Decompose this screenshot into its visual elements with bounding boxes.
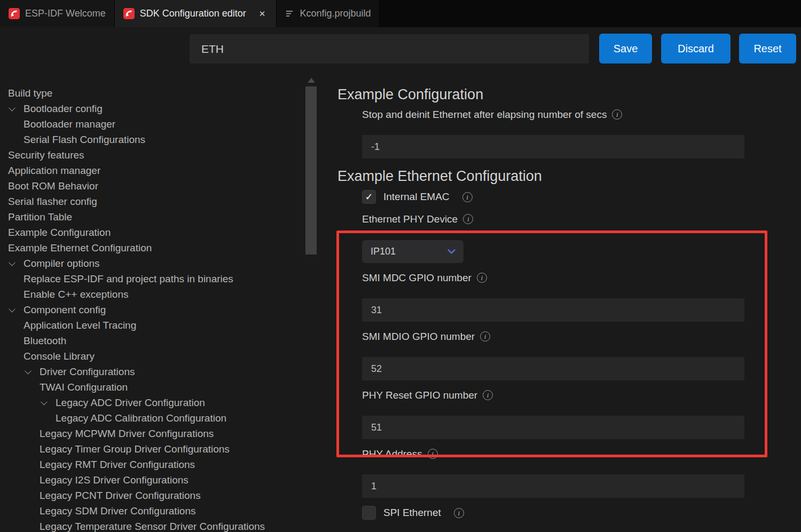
reset-button[interactable]: Reset bbox=[739, 34, 796, 63]
toolbar: Save Discard Reset bbox=[0, 27, 801, 69]
checkbox-row[interactable]: SPI Etherneti bbox=[362, 505, 801, 520]
field-label-text: Ethernet PHY Device bbox=[362, 213, 458, 225]
sidebar-tree: Build typeBootloader configBootloader ma… bbox=[0, 69, 305, 532]
sidebar-item[interactable]: Replace ESP-IDF and project paths in bin… bbox=[0, 271, 305, 287]
info-icon[interactable]: i bbox=[428, 449, 438, 459]
save-button[interactable]: Save bbox=[599, 34, 652, 63]
checkbox-checked[interactable]: ✓ bbox=[362, 190, 376, 204]
field-label: Ethernet PHY Devicei bbox=[362, 212, 801, 226]
info-icon[interactable]: i bbox=[483, 390, 493, 400]
section-heading: Component config bbox=[337, 528, 801, 532]
input-value: 52 bbox=[371, 363, 382, 375]
info-icon[interactable]: i bbox=[462, 192, 473, 202]
sidebar-item[interactable]: Legacy Temperature Sensor Driver Configu… bbox=[0, 519, 305, 532]
editor-tab-bar: ESP-IDF Welcome SDK Configuration editor… bbox=[0, 0, 801, 27]
text-input[interactable]: -1 bbox=[362, 135, 744, 158]
sidebar-item[interactable]: Driver Configurations bbox=[0, 364, 305, 379]
sidebar-item[interactable]: Build type bbox=[0, 85, 305, 101]
sidebar-item[interactable]: Legacy PCNT Driver Configurations bbox=[0, 488, 305, 503]
text-input[interactable]: 31 bbox=[362, 298, 744, 322]
sidebar-item-label: Application manager bbox=[8, 165, 100, 177]
search-input[interactable] bbox=[190, 34, 589, 63]
sidebar-item-label: Console Library bbox=[23, 351, 95, 362]
sidebar-item-label: Serial flasher config bbox=[8, 196, 97, 208]
sidebar-item[interactable]: Component config bbox=[0, 302, 305, 317]
text-input[interactable]: 1 bbox=[362, 474, 744, 498]
sidebar-item[interactable]: Application manager bbox=[0, 163, 305, 178]
sidebar-item[interactable]: Partition Table bbox=[0, 209, 305, 225]
chevron-down-icon[interactable] bbox=[8, 256, 23, 271]
discard-button[interactable]: Discard bbox=[661, 34, 731, 63]
sidebar-item-label: Enable C++ exceptions bbox=[23, 289, 128, 300]
sidebar-item[interactable]: Enable C++ exceptions bbox=[0, 287, 305, 302]
sidebar-item[interactable]: Example Ethernet Configuration bbox=[0, 240, 305, 256]
field-label: SMI MDC GPIO numberi bbox=[362, 271, 801, 284]
sidebar-item[interactable]: Bootloader manager bbox=[0, 116, 305, 132]
section-heading: Example Configuration bbox=[337, 84, 801, 105]
sidebar-item-label: Build type bbox=[8, 88, 52, 99]
settings-pane: Example ConfigurationStop and deinit Eth… bbox=[337, 69, 801, 532]
select-value: IP101 bbox=[371, 246, 396, 257]
field-label: Stop and deinit Ethernet after elapsing … bbox=[362, 108, 801, 121]
chevron-down-icon[interactable] bbox=[40, 395, 56, 410]
sidebar-item[interactable]: Security features bbox=[0, 147, 305, 163]
tab-label: SDK Configuration editor bbox=[140, 8, 246, 19]
tab-esp-idf-welcome[interactable]: ESP-IDF Welcome bbox=[0, 0, 115, 27]
checkbox-label: Internal EMAC bbox=[383, 191, 450, 203]
sidebar-item-label: Legacy PCNT Driver Configurations bbox=[40, 490, 201, 502]
checkbox[interactable] bbox=[362, 506, 376, 520]
sidebar-item[interactable]: Serial Flash Configurations bbox=[0, 132, 305, 147]
field-label-text: PHY Reset GPIO number bbox=[362, 390, 477, 401]
sidebar-item[interactable]: Console Library bbox=[0, 348, 305, 364]
chevron-down-icon[interactable] bbox=[8, 101, 23, 116]
text-input[interactable]: 51 bbox=[362, 416, 744, 439]
sidebar-item[interactable]: Legacy Timer Group Driver Configurations bbox=[0, 441, 305, 457]
phy-device-select[interactable]: IP101 bbox=[362, 240, 464, 263]
info-icon[interactable]: i bbox=[480, 331, 490, 342]
sidebar-item[interactable]: Application Level Tracing bbox=[0, 317, 305, 333]
sidebar-item[interactable]: Legacy RMT Driver Configurations bbox=[0, 457, 305, 472]
field-label-text: Stop and deinit Ethernet after elapsing … bbox=[362, 109, 607, 121]
checkbox-row[interactable]: ✓Internal EMACi bbox=[362, 189, 801, 204]
sidebar-item[interactable]: Boot ROM Behavior bbox=[0, 178, 305, 194]
sidebar-item-label: Legacy ADC Driver Configuration bbox=[56, 397, 205, 409]
scrollbar-up-arrow-icon[interactable] bbox=[308, 78, 315, 83]
sidebar-item[interactable]: Serial flasher config bbox=[0, 194, 305, 209]
sidebar-item[interactable]: Bootloader config bbox=[0, 101, 305, 116]
sidebar-item-label: Partition Table bbox=[8, 211, 72, 223]
info-icon[interactable]: i bbox=[454, 508, 464, 518]
tab-sdk-configuration-editor[interactable]: SDK Configuration editor ✕ bbox=[115, 0, 277, 27]
tab-kconfig-projbuild[interactable]: Kconfig.projbuild bbox=[277, 0, 380, 27]
field-label-text: SMI MDIO GPIO number bbox=[362, 331, 475, 343]
info-icon[interactable]: i bbox=[612, 109, 622, 120]
close-icon[interactable]: ✕ bbox=[257, 8, 268, 20]
file-list-icon bbox=[285, 9, 294, 18]
info-icon[interactable]: i bbox=[477, 273, 487, 283]
text-input[interactable]: 52 bbox=[362, 357, 744, 380]
info-icon[interactable]: i bbox=[463, 214, 473, 224]
sidebar-item[interactable]: Compiler options bbox=[0, 256, 305, 271]
sidebar-item[interactable]: Example Configuration bbox=[0, 225, 305, 240]
chevron-down-icon[interactable] bbox=[24, 364, 40, 379]
sidebar-item-label: Compiler options bbox=[23, 258, 100, 269]
tab-label: Kconfig.projbuild bbox=[300, 8, 371, 19]
field-label-text: SMI MDC GPIO number bbox=[362, 272, 472, 284]
sidebar-item-label: Serial Flash Configurations bbox=[23, 134, 145, 146]
sidebar-item-label: Legacy SDM Driver Configurations bbox=[40, 505, 196, 517]
sidebar-item[interactable]: Legacy I2S Driver Configurations bbox=[0, 472, 305, 488]
sidebar-item-label: Legacy MCPWM Driver Configurations bbox=[40, 428, 214, 440]
sidebar-item[interactable]: Legacy ADC Driver Configuration bbox=[0, 395, 305, 410]
field-label: SMI MDIO GPIO numberi bbox=[362, 330, 801, 343]
sidebar-item[interactable]: Legacy MCPWM Driver Configurations bbox=[0, 426, 305, 441]
sidebar-item[interactable]: Bluetooth bbox=[0, 333, 305, 348]
sidebar-item-label: Example Ethernet Configuration bbox=[8, 242, 152, 254]
field-label: PHY Addressi bbox=[362, 447, 801, 460]
sidebar-scrollbar[interactable] bbox=[305, 86, 317, 255]
espressif-logo-icon bbox=[9, 8, 20, 19]
sidebar-item[interactable]: Legacy SDM Driver Configurations bbox=[0, 503, 305, 519]
sidebar-item[interactable]: TWAI Configuration bbox=[0, 379, 305, 395]
sdk-configuration-editor-window: ESP-IDF Welcome SDK Configuration editor… bbox=[0, 0, 801, 532]
sidebar-item[interactable]: Legacy ADC Calibration Configuration bbox=[0, 410, 305, 426]
chevron-down-icon[interactable] bbox=[8, 302, 23, 317]
sidebar-item-label: Replace ESP-IDF and project paths in bin… bbox=[23, 273, 233, 285]
